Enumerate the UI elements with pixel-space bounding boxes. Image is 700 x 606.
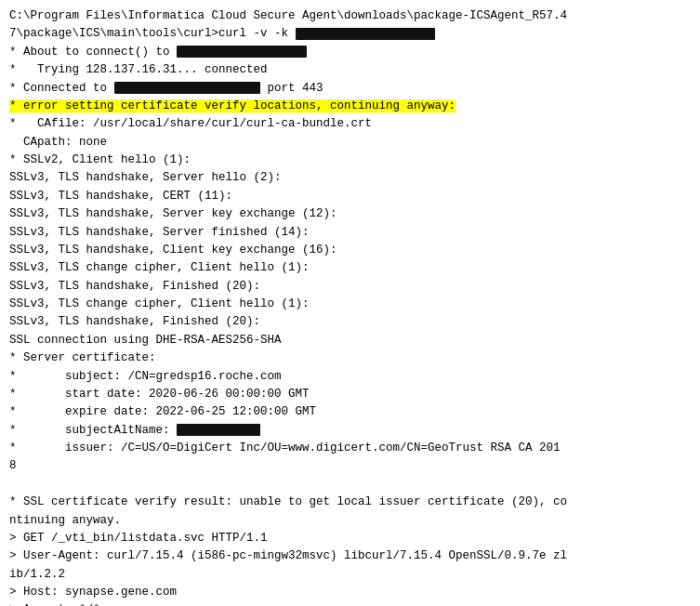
line-subjectalt: * subjectAltName: (9, 422, 691, 440)
line-ssl2: SSLv3, TLS handshake, CERT (11): (9, 188, 691, 205)
line-cafile: * CAfile: /usr/local/share/curl/curl-ca-… (9, 115, 691, 133)
line-path2: 7\package\ICS\main\tools\curl>curl -v -k (9, 25, 691, 43)
redacted-host2 (114, 82, 261, 94)
line-server-cert: * Server certificate: (9, 349, 691, 367)
line-useragent: > User-Agent: curl/7.15.4 (i586-pc-mingw… (9, 547, 691, 565)
line-expire: * expire date: 2022-06-25 12:00:00 GMT (9, 403, 691, 421)
line-trying: * Trying 128.137.16.31... connected (9, 61, 691, 79)
line-host: > Host: synapse.gene.com (9, 584, 691, 601)
line-about: * About to connect() to (9, 44, 691, 61)
line-ssl3: SSLv3, TLS handshake, Server key exchang… (9, 205, 691, 223)
error-highlight: * error setting certificate verify locat… (9, 99, 456, 112)
line-ssl7: SSLv3, TLS handshake, Finished (20): (9, 278, 691, 296)
line-capath: CApath: none (9, 134, 691, 152)
line-ntinuing: ntinuing anyway. (9, 512, 691, 530)
line-sslv2: * SSLv2, Client hello (1): (9, 152, 691, 169)
line-eight: 8 (9, 457, 691, 475)
line-issuer: * issuer: /C=US/O=DigiCert Inc/OU=www.di… (9, 440, 691, 457)
line-blank2 (9, 476, 691, 494)
line-get: > GET /_vti_bin/listdata.svc HTTP/1.1 (9, 530, 691, 547)
line-ssl8: SSLv3, TLS change cipher, Client hello (… (9, 296, 691, 313)
redacted-altname (177, 424, 260, 436)
line-path: C:\Program Files\Informatica Cloud Secur… (9, 7, 691, 25)
line-ib: ib/1.2.2 (9, 566, 691, 584)
line-ssl6: SSLv3, TLS change cipher, Client hello (… (9, 259, 691, 277)
line-ssl5: SSLv3, TLS handshake, Client key exchang… (9, 242, 691, 259)
line-accept: > Accept: */* (9, 601, 691, 606)
line-sslresult: * SSL certificate verify result: unable … (9, 494, 691, 511)
line-connected: * Connected to port 443 (9, 80, 691, 98)
redacted-url (296, 28, 435, 40)
line-ssl10: SSL connection using DHE-RSA-AES256-SHA (9, 332, 691, 349)
line-ssl4: SSLv3, TLS handshake, Server finished (1… (9, 224, 691, 242)
line-ssl9: SSLv3, TLS handshake, Finished (20): (9, 313, 691, 331)
terminal-window: C:\Program Files\Informatica Cloud Secur… (0, 0, 700, 606)
redacted-host1 (177, 46, 307, 58)
line-ssl1: SSLv3, TLS handshake, Server hello (2): (9, 169, 691, 187)
line-error: * error setting certificate verify locat… (9, 98, 691, 115)
line-start: * start date: 2020-06-26 00:00:00 GMT (9, 386, 691, 403)
line-subject: * subject: /CN=gredsp16.roche.com (9, 368, 691, 386)
